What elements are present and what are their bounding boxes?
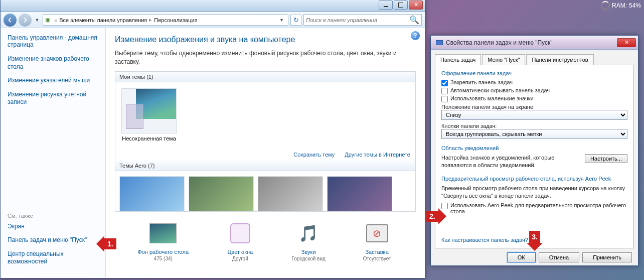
sidebar-link-desktop-icons[interactable]: Изменение значков рабочего стола: [8, 55, 98, 71]
annotation-arrow-3: 3.: [527, 231, 543, 251]
sidebar-link-ease-of-access[interactable]: Центр специальных возможностей: [8, 250, 98, 266]
lock-taskbar-checkbox[interactable]: [441, 80, 448, 86]
annotation-arrow-2: 2.: [426, 208, 446, 224]
taskbar-icon: [436, 40, 443, 45]
aero-peek-header: Предварительный просмотр рабочего стола,…: [441, 176, 627, 182]
back-button[interactable]: [4, 14, 17, 27]
tab-panel: Оформление панели задач Закрепить панель…: [435, 65, 634, 248]
content-area: ? Изменение изображения и звука на компь…: [106, 28, 425, 278]
sounds-button[interactable]: 🎵 Звуки Городской вид: [292, 221, 326, 261]
apply-button[interactable]: Применить: [582, 252, 632, 262]
color-label: Цвет окна: [224, 249, 256, 255]
my-themes-header: Мои темы (1): [115, 72, 415, 82]
minimize-button[interactable]: [379, 1, 393, 10]
aero-theme-3[interactable]: [258, 176, 323, 211]
lock-taskbar-label: Закрепить панель задач: [450, 79, 513, 85]
page-description: Выберите тему, чтобы одновременно измени…: [115, 49, 416, 66]
sidebar-link-account-picture[interactable]: Изменение рисунка учетной записи: [8, 91, 98, 106]
autohide-label: Автоматически скрывать панель задач: [450, 87, 550, 93]
aero-themes-header: Темы Aero (7): [115, 161, 415, 171]
small-icons-label: Использовать маленькие значки: [450, 95, 534, 101]
autohide-checkbox[interactable]: [441, 88, 448, 94]
aero-theme-4[interactable]: [327, 176, 392, 211]
help-icon[interactable]: ?: [411, 31, 420, 40]
dialog-close-button[interactable]: [617, 38, 636, 47]
annotation-1-label: 1.: [104, 238, 116, 249]
ram-value: 54%: [629, 2, 641, 9]
address-bar[interactable]: ▣ « Все элементы панели управления ▸ Пер…: [43, 14, 288, 26]
maximize-button[interactable]: [394, 1, 408, 10]
search-icon[interactable]: 🔍: [409, 15, 419, 25]
tab-toolbars[interactable]: Панели инструментов: [526, 54, 593, 65]
nav-history-dropdown[interactable]: ▼: [34, 18, 41, 23]
position-select[interactable]: Снизу: [441, 110, 627, 120]
sidebar-link-display[interactable]: Экран: [8, 223, 98, 231]
page-heading: Изменение изображения и звука на компьют…: [115, 35, 416, 44]
sounds-sub: Городской вид: [292, 256, 326, 261]
more-themes-link[interactable]: Другие темы в Интернете: [345, 152, 410, 158]
bg-sub: 475 (34): [137, 256, 189, 261]
save-theme-link[interactable]: Сохранить тему: [293, 152, 335, 158]
saver-sub: Отсутствует: [361, 256, 393, 261]
titlebar[interactable]: [1, 0, 425, 12]
ok-button[interactable]: ОК: [507, 252, 536, 262]
tab-start-menu[interactable]: Меню "Пуск": [482, 54, 525, 65]
search-bar[interactable]: 🔍: [303, 14, 422, 26]
aero-peek-group: Предварительный просмотр рабочего стола,…: [441, 176, 627, 216]
breadcrumb-page[interactable]: Персонализация: [154, 17, 197, 23]
dialog-title: Свойства панели задач и меню "Пуск": [446, 39, 553, 46]
annotation-3-label: 3.: [529, 231, 540, 243]
ram-ring-icon: [601, 1, 610, 10]
theme-unsaved[interactable]: Несохраненная тема: [121, 88, 177, 142]
dialog-titlebar[interactable]: Свойства панели задач и меню "Пуск": [431, 36, 638, 50]
position-label: Положение панели задач на экране:: [441, 104, 627, 110]
control-panel-home-link[interactable]: Панель управления - домашняя страница: [8, 34, 98, 48]
close-button[interactable]: [409, 1, 423, 10]
address-dropdown-icon[interactable]: ▼: [277, 18, 286, 23]
buttons-label: Кнопки панели задач:: [441, 123, 627, 129]
theme-unsaved-label: Несохраненная тема: [121, 135, 177, 142]
customize-button[interactable]: Настроить...: [585, 154, 627, 163]
aero-peek-label: Использовать Aero Peek для предварительн…: [450, 202, 627, 214]
search-input[interactable]: [306, 17, 409, 23]
appearance-group: Оформление панели задач Закрепить панель…: [441, 70, 627, 139]
aero-peek-desc: Временный просмотр рабочего стола при на…: [441, 185, 627, 200]
cancel-button[interactable]: Отмена: [539, 252, 579, 262]
notification-group: Область уведомлений Настроить... Настрой…: [441, 145, 627, 170]
color-sub: Другой: [224, 256, 256, 261]
see-also-label: См. также: [8, 213, 98, 219]
refresh-button[interactable]: ↻: [290, 15, 301, 26]
themes-panel: Мои темы (1) Несохраненная тема Сохранит…: [115, 71, 416, 212]
buttons-select[interactable]: Всегда группировать, скрывать метки: [441, 129, 627, 139]
dialog-tabs: Панель задач Меню "Пуск" Панели инструме…: [435, 54, 634, 65]
window-color-button[interactable]: Цвет окна Другой: [224, 221, 256, 261]
screensaver-button[interactable]: ⊘ Заставка Отсутствует: [361, 221, 393, 261]
aero-theme-2[interactable]: [189, 176, 254, 211]
forward-button[interactable]: [19, 14, 32, 27]
notification-desc: Настройка значков и уведомлений, которые…: [441, 154, 577, 170]
ram-label: RAM:: [612, 2, 627, 9]
saver-label: Заставка: [361, 249, 393, 255]
bottom-toolbar: Фон рабочего стола 475 (34) Цвет окна Др…: [115, 221, 416, 261]
desktop-background-button[interactable]: Фон рабочего стола 475 (34): [137, 221, 189, 261]
small-icons-checkbox[interactable]: [441, 96, 448, 102]
aero-theme-1[interactable]: [119, 176, 185, 211]
ram-widget: RAM: 54%: [601, 1, 641, 10]
bg-label: Фон рабочего стола: [137, 249, 189, 255]
personalization-window: ▼ ▣ « Все элементы панели управления ▸ П…: [0, 0, 425, 278]
sounds-label: Звуки: [292, 249, 326, 255]
sidebar: Панель управления - домашняя страница Из…: [1, 28, 106, 278]
breadcrumb-root[interactable]: Все элементы панели управления: [59, 17, 147, 23]
annotation-2-label: 2.: [426, 211, 438, 222]
tab-taskbar[interactable]: Панель задач: [435, 54, 481, 65]
sidebar-link-taskbar-start[interactable]: Панель задач и меню "Пуск": [8, 236, 98, 244]
annotation-arrow-1: 1.: [96, 236, 116, 252]
control-panel-icon: ▣: [45, 17, 50, 23]
navbar: ▼ ▣ « Все элементы панели управления ▸ П…: [1, 12, 425, 28]
appearance-header: Оформление панели задач: [441, 70, 627, 76]
notification-header: Область уведомлений: [441, 145, 627, 151]
sidebar-link-mouse-pointers[interactable]: Изменение указателей мыши: [8, 77, 98, 85]
